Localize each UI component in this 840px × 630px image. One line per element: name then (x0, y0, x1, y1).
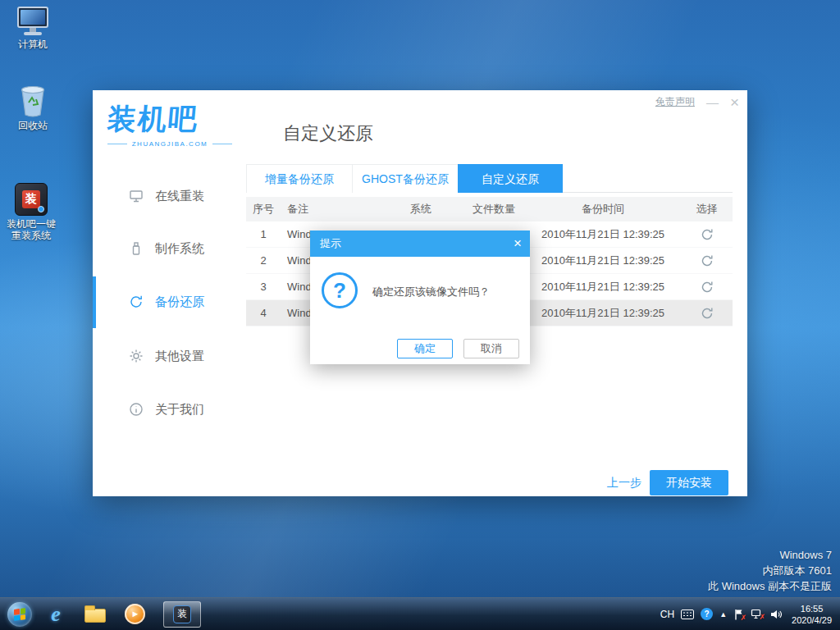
watermark-line: Windows 7 (708, 547, 832, 563)
folder-icon (84, 609, 106, 623)
sidebar-item-label: 关于我们 (155, 402, 204, 418)
keyboard-icon[interactable] (681, 609, 694, 619)
col-header-system: 系统 (404, 202, 466, 217)
col-header-select: 选择 (681, 202, 733, 217)
zhuangjiba-taskbar-icon: 装 (173, 605, 191, 623)
logo-subtitle: ZHUANGJIBA.COM (107, 140, 232, 148)
system-tray: CH ? ▲ ✗ ✗ 16:55 2020/4/29 (660, 603, 840, 626)
watermark-line: 内部版本 7601 (708, 563, 832, 578)
tab-custom-restore[interactable]: 自定义还原 (458, 164, 563, 193)
dialog-close-icon[interactable]: × (514, 237, 522, 250)
windows-logo-icon (14, 608, 25, 620)
cell-time: 2010年11月21日 12:39:25 (525, 253, 681, 268)
sidebar-item-other-settings[interactable]: 其他设置 (93, 336, 246, 376)
desktop-icon-zhuangjiba[interactable]: 装 装机吧一键重装系统 (5, 183, 57, 241)
monitor-icon (129, 189, 144, 203)
dialog-header[interactable]: 提示 × (310, 231, 530, 257)
show-hidden-icons-button[interactable]: ▲ (719, 610, 727, 619)
gear-icon (129, 349, 144, 363)
desktop-icon-label: 回收站 (18, 120, 48, 131)
info-icon (129, 402, 144, 417)
cell-no: 4 (246, 307, 281, 319)
start-button[interactable] (7, 602, 32, 627)
logo-title: 装机吧 (106, 100, 234, 139)
col-header-remark: 备注 (281, 202, 404, 217)
question-icon: ? (322, 272, 358, 308)
cell-time: 2010年11月21日 12:39:25 (525, 306, 681, 321)
desktop-icon-label: 计算机 (18, 39, 48, 50)
dialog-cancel-button[interactable]: 取消 (463, 339, 519, 358)
confirm-dialog: 提示 × ? 确定还原该镜像文件吗？ 确定 取消 (310, 231, 530, 364)
network-icon[interactable]: ✗ (751, 609, 763, 619)
restore-row-button[interactable] (701, 228, 714, 241)
language-indicator[interactable]: CH (660, 609, 674, 620)
minimize-button[interactable]: — (706, 96, 719, 109)
sidebar-item-label: 其他设置 (155, 349, 204, 364)
desktop: 计算机 回收站 装 装机吧一键重装系统 Windows 7 内部版本 7601 … (0, 0, 840, 630)
cell-no: 3 (246, 281, 281, 293)
windows-watermark: Windows 7 内部版本 7601 此 Windows 副本不是正版 (708, 547, 832, 594)
taskbar-media-player-button[interactable]: ► (119, 599, 150, 630)
table-header: 序号 备注 系统 文件数量 备份时间 选择 (246, 197, 733, 221)
app-window: 免责声明 — × 装机吧 ZHUANGJIBA.COM 自定义还原 在线重装 制… (93, 90, 747, 496)
restore-row-button[interactable] (701, 254, 714, 267)
watermark-line: 此 Windows 副本不是正版 (708, 578, 832, 594)
sidebar-item-label: 备份还原 (155, 294, 204, 310)
page-title: 自定义还原 (283, 121, 373, 146)
sidebar-item-label: 在线重装 (155, 189, 204, 204)
zhuangjiba-app-icon: 装 (15, 183, 48, 216)
window-controls: 免责声明 — × (655, 95, 739, 109)
tab-incremental-backup[interactable]: 增量备份还原 (246, 164, 353, 193)
cell-time: 2010年11月21日 12:39:25 (525, 227, 681, 242)
usb-drive-icon (129, 241, 144, 256)
desktop-icon-recycle-bin[interactable]: 回收站 (7, 84, 59, 131)
sidebar-item-online-reinstall[interactable]: 在线重装 (93, 176, 246, 216)
col-header-count: 文件数量 (466, 202, 525, 217)
restore-row-button[interactable] (701, 307, 714, 320)
help-icon[interactable]: ? (701, 608, 713, 620)
dialog-ok-button[interactable]: 确定 (397, 339, 453, 358)
previous-step-link[interactable]: 上一步 (607, 476, 641, 491)
error-badge: ✗ (741, 614, 747, 622)
media-player-icon: ► (125, 604, 145, 624)
start-install-button[interactable]: 开始安装 (650, 470, 728, 495)
dialog-message: 确定还原该镜像文件吗？ (372, 285, 490, 299)
taskbar-zhuangjiba-button[interactable]: 装 (163, 601, 201, 628)
col-header-no: 序号 (246, 202, 281, 217)
cell-no: 2 (246, 254, 281, 267)
cell-time: 2010年11月21日 12:39:25 (525, 280, 681, 294)
error-badge: ✗ (760, 613, 766, 621)
sidebar-item-about-us[interactable]: 关于我们 (93, 390, 246, 429)
tray-date: 2020/4/29 (792, 614, 832, 626)
restore-icon (129, 294, 144, 309)
internet-explorer-icon: e (51, 602, 61, 627)
tray-time: 16:55 (792, 603, 832, 614)
tab-ghost-backup[interactable]: GHOST备份还原 (352, 164, 459, 193)
sidebar-item-backup-restore[interactable]: 备份还原 (93, 282, 246, 322)
taskbar: e ► 装 CH ? ▲ ✗ ✗ (0, 597, 840, 630)
col-header-time: 备份时间 (525, 202, 681, 217)
sidebar-item-label: 制作系统 (155, 241, 204, 257)
close-button[interactable]: × (730, 96, 739, 109)
app-logo: 装机吧 ZHUANGJIBA.COM (107, 100, 232, 148)
desktop-icon-computer[interactable]: 计算机 (7, 7, 59, 50)
disclaimer-link[interactable]: 免责声明 (655, 95, 695, 109)
sidebar-item-make-system[interactable]: 制作系统 (93, 229, 246, 268)
cell-no: 1 (246, 228, 281, 240)
desktop-icon-label: 装机吧一键重装系统 (5, 218, 57, 241)
action-center-flag-icon[interactable]: ✗ (733, 609, 744, 620)
tab-bar: 增量备份还原 GHOST备份还原 自定义还原 (246, 164, 733, 193)
taskbar-clock[interactable]: 16:55 2020/4/29 (792, 603, 832, 626)
taskbar-ie-button[interactable]: e (40, 599, 71, 630)
recycle-bin-icon (19, 84, 47, 117)
dialog-title: 提示 (320, 236, 341, 251)
volume-icon[interactable] (769, 609, 782, 620)
taskbar-explorer-button[interactable] (80, 599, 111, 630)
restore-row-button[interactable] (701, 281, 714, 294)
computer-icon (15, 7, 51, 36)
